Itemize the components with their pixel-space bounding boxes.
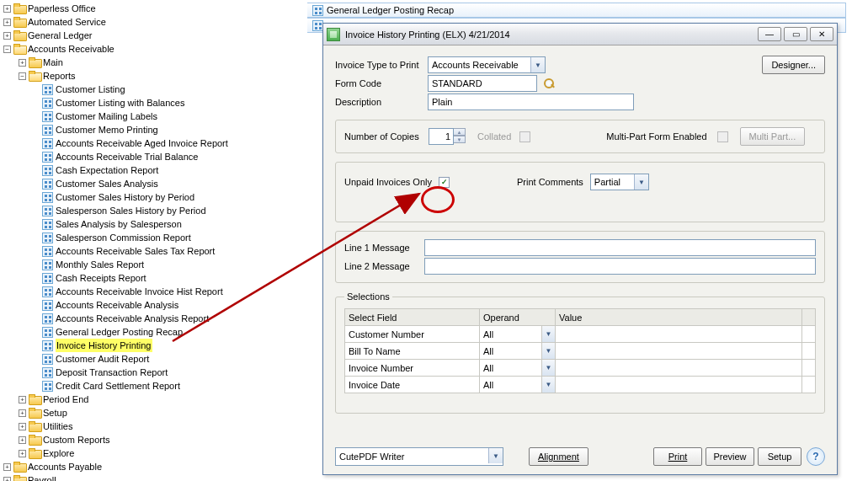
tree-leaf-report[interactable]: Accounts Receivable Trial Balance [0, 150, 301, 163]
cell-value[interactable] [556, 360, 802, 377]
tree-leaf-report[interactable]: Accounts Receivable Sales Tax Report [0, 244, 301, 258]
copies-spinner[interactable]: ▲▼ [429, 128, 466, 145]
background-window-tab[interactable]: General Ledger Posting Recap [307, 3, 846, 18]
help-button[interactable]: ? [807, 447, 825, 466]
unpaid-invoices-checkbox[interactable] [439, 177, 450, 188]
spinner-up-icon[interactable]: ▲ [454, 128, 466, 136]
invoice-type-combo[interactable]: Accounts Receivable ▼ [428, 56, 546, 73]
tree-leaf-report[interactable]: Salesperson Commission Report [0, 231, 301, 244]
table-row[interactable]: Customer NumberAll▼ [345, 326, 816, 343]
tree-leaf-report[interactable]: Customer Audit Report [0, 352, 301, 366]
expand-icon[interactable]: + [19, 423, 26, 430]
expand-icon[interactable]: + [3, 477, 11, 482]
form-code-input[interactable]: STANDARD [428, 75, 537, 92]
tree-leaf-label: Customer Sales History by Period [56, 190, 194, 204]
chevron-down-icon[interactable]: ▼ [530, 57, 545, 72]
tree-leaf-label: Sales Analysis by Salesperson [56, 217, 182, 231]
close-button[interactable]: ✕ [810, 27, 833, 41]
line2-label: Line 2 Message [344, 261, 424, 271]
cell-operand[interactable]: All▼ [480, 326, 556, 343]
tree-node-ar[interactable]: −Accounts Receivable [0, 42, 301, 56]
chevron-down-icon[interactable]: ▼ [541, 360, 555, 376]
tree-leaf-report[interactable]: Invoice History Printing [0, 339, 301, 352]
tree-leaf-report[interactable]: Accounts Receivable Invoice Hist Report [0, 285, 301, 298]
cell-value[interactable] [556, 343, 802, 360]
report-icon [42, 340, 53, 351]
cell-operand[interactable]: All▼ [480, 377, 556, 393]
expand-icon[interactable]: + [19, 396, 26, 404]
chevron-down-icon[interactable]: ▼ [488, 448, 503, 463]
chevron-down-icon[interactable]: ▼ [541, 343, 555, 359]
tree-leaf-report[interactable]: Accounts Receivable Analysis Report [0, 312, 301, 325]
maximize-button[interactable]: ▭ [784, 27, 807, 41]
minimize-button[interactable]: — [758, 27, 781, 41]
cell-value[interactable] [556, 326, 802, 343]
tree-leaf-report[interactable]: Customer Sales History by Period [0, 190, 301, 204]
printer-combo[interactable]: CutePDF Writer ▼ [335, 447, 503, 466]
table-row[interactable]: Invoice NumberAll▼ [345, 360, 816, 377]
tree-node-period-end[interactable]: +Period End [0, 393, 301, 406]
collapse-icon[interactable]: − [3, 45, 11, 53]
tree-leaf-report[interactable]: Customer Listing with Balances [0, 96, 301, 110]
tree-leaf-report[interactable]: Deposit Transaction Report [0, 366, 301, 379]
folder-icon [29, 394, 40, 404]
tree-leaf-report[interactable]: Credit Card Settlement Report [0, 379, 301, 393]
titlebar[interactable]: Invoice History Printing (ELX) 4/21/2014… [323, 24, 837, 45]
print-comments-combo[interactable]: Partial ▼ [590, 174, 649, 190]
setup-button[interactable]: Setup [758, 447, 801, 466]
expand-icon[interactable]: + [3, 32, 11, 40]
expand-icon[interactable]: + [19, 59, 26, 67]
tree-leaf-report[interactable]: Salesperson Sales History by Period [0, 204, 301, 217]
preview-button[interactable]: Preview [706, 447, 754, 466]
tree-leaf-report[interactable]: Customer Mailing Labels [0, 110, 301, 123]
expand-icon[interactable]: + [19, 409, 26, 417]
table-row[interactable]: Invoice DateAll▼ [345, 377, 816, 393]
description-input[interactable]: Plain [428, 94, 634, 110]
tree-leaf-report[interactable]: Cash Expectation Report [0, 163, 301, 177]
expand-icon[interactable]: + [19, 450, 26, 457]
tree-node-paperless[interactable]: +Paperless Office [0, 2, 301, 15]
expand-icon[interactable]: + [3, 5, 11, 13]
tree-leaf-report[interactable]: Monthly Sales Report [0, 258, 301, 271]
print-button[interactable]: Print [653, 447, 702, 466]
tree-node-automated[interactable]: +Automated Service [0, 15, 301, 29]
tree-leaf-report[interactable]: Accounts Receivable Analysis [0, 298, 301, 312]
chevron-down-icon[interactable]: ▼ [634, 174, 648, 190]
expand-icon[interactable]: + [3, 19, 11, 26]
tree-node-reports[interactable]: −Reports [0, 69, 301, 83]
tree-leaf-report[interactable]: Customer Listing [0, 83, 301, 96]
chevron-down-icon[interactable]: ▼ [541, 377, 555, 393]
tree-node-main[interactable]: +Main [0, 56, 301, 69]
expand-icon[interactable]: + [19, 436, 26, 444]
tree-node-payroll[interactable]: +Payroll [0, 473, 301, 481]
tree-node-ap[interactable]: +Accounts Payable [0, 460, 301, 473]
tree-node-custom[interactable]: +Custom Reports [0, 433, 301, 446]
chevron-down-icon[interactable]: ▼ [541, 326, 555, 342]
designer-button[interactable]: Designer... [762, 56, 825, 74]
tree-leaf-report[interactable]: Customer Sales Analysis [0, 177, 301, 190]
line1-input[interactable] [424, 239, 816, 256]
spinner-down-icon[interactable]: ▼ [454, 136, 466, 143]
cell-operand[interactable]: All▼ [480, 360, 556, 377]
tree-leaf-report[interactable]: Sales Analysis by Salesperson [0, 217, 301, 231]
cell-value[interactable] [556, 377, 802, 393]
tree-leaf-report[interactable]: General Ledger Posting Recap [0, 325, 301, 339]
tree-node-setup[interactable]: +Setup [0, 406, 301, 420]
cell-operand[interactable]: All▼ [480, 343, 556, 360]
tree-node-gl[interactable]: +General Ledger [0, 29, 301, 42]
collapse-icon[interactable]: − [19, 72, 26, 80]
lookup-icon[interactable] [542, 77, 556, 90]
cell-scroll [802, 360, 816, 377]
tree-node-explore[interactable]: +Explore [0, 446, 301, 460]
expand-icon[interactable]: + [3, 463, 11, 471]
line2-input[interactable] [424, 258, 816, 275]
copies-input[interactable] [429, 128, 454, 145]
tree-leaf-report[interactable]: Accounts Receivable Aged Invoice Report [0, 136, 301, 150]
tree-leaf-report[interactable]: Customer Memo Printing [0, 123, 301, 136]
tree-leaf-report[interactable]: Cash Receipts Report [0, 271, 301, 285]
col-value: Value [556, 309, 802, 326]
table-row[interactable]: Bill To NameAll▼ [345, 343, 816, 360]
multipart-checkbox [717, 131, 728, 142]
alignment-button[interactable]: Alignment [529, 447, 588, 466]
tree-node-utilities[interactable]: +Utilities [0, 420, 301, 433]
